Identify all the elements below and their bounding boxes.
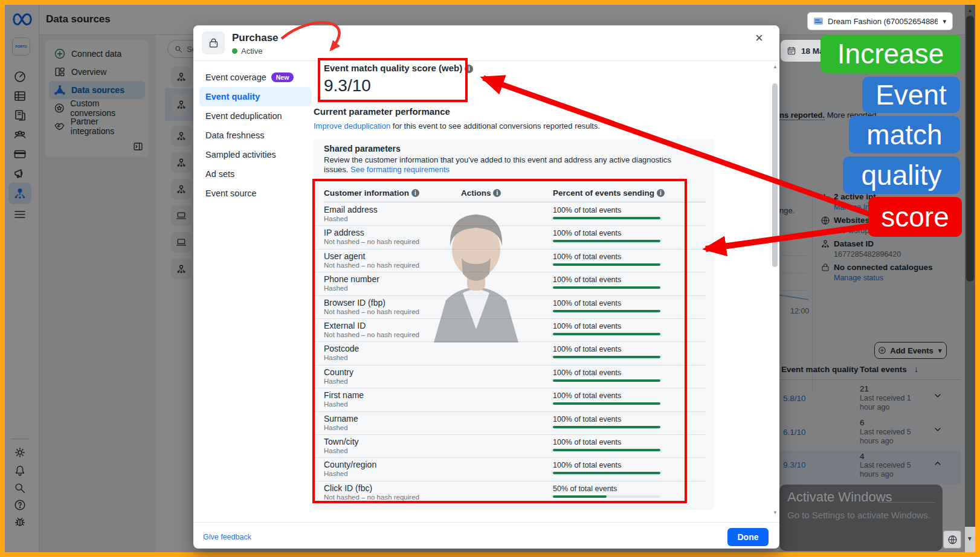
account-name: Dream Fashion (670052654886... (828, 17, 938, 26)
annotation-label-score: score (868, 197, 962, 237)
improve-deduplication-link[interactable]: Improve deduplication (314, 121, 390, 130)
percent-bar (553, 472, 660, 474)
globe-icon (947, 535, 958, 545)
parameters-table: Email addressHashed100% of total events … (313, 203, 706, 504)
percent-bar (553, 426, 660, 428)
table-row: SurnameHashed100% of total events (313, 412, 706, 435)
scrollbar-down-arrow[interactable]: ▼ (967, 535, 973, 542)
annotation-label-event: Event (862, 77, 960, 113)
calendar-icon (787, 46, 796, 56)
shared-parameters-title: Shared parameters (324, 144, 401, 153)
close-icon[interactable]: × (755, 31, 763, 45)
col-actions: Actions i (461, 188, 501, 198)
percent-bar (553, 356, 660, 358)
info-icon[interactable]: i (411, 189, 419, 197)
annotation-label-increase: Increase (820, 34, 961, 73)
caret-down-icon: ▾ (943, 18, 946, 25)
table-row: Town/cityHashed100% of total events (313, 435, 706, 458)
table-row: Click ID (fbc)Not hashed – no hash requi… (313, 481, 706, 504)
done-button[interactable]: Done (727, 528, 769, 546)
score-label: Event match quality score (web) i (324, 63, 473, 73)
new-badge: New (271, 72, 294, 82)
modal-tab-list: Event coverage New Event quality Event d… (199, 68, 312, 203)
table-row: First nameHashed100% of total events (313, 388, 706, 411)
status-dot-icon (232, 48, 237, 54)
status-label: Active (241, 47, 262, 56)
shared-parameters-desc: Review the customer information that you… (324, 155, 695, 175)
percent-bar (553, 495, 660, 498)
section-title: Current parameter performance (314, 106, 450, 117)
see-formatting-requirements-link[interactable]: See formatting requirements (350, 165, 450, 174)
tab-event-coverage[interactable]: Event coverage New (199, 68, 312, 87)
watermark-divider (879, 502, 935, 503)
table-row: County/regionHashed100% of total events (313, 458, 706, 481)
percent-bar (553, 217, 660, 219)
info-icon[interactable]: i (657, 189, 665, 197)
table-row: User agentNot hashed – no hash required1… (313, 250, 706, 272)
annotation-label-quality: quality (843, 156, 960, 194)
account-selector[interactable]: Dream Fashion (670052654886... ▾ (807, 12, 953, 30)
scrollbar-up-arrow[interactable]: ▲ (967, 7, 973, 13)
percent-bar (553, 402, 660, 405)
annotation-label-match: match (849, 116, 960, 153)
table-row: Phone numberHashed100% of total events (313, 272, 706, 295)
tab-event-source[interactable]: Event source (199, 184, 312, 203)
modal-title: Purchase (232, 32, 279, 44)
table-row: Email addressHashed100% of total events (313, 203, 706, 226)
business-logo-icon (814, 18, 823, 25)
col-customer-information: Customer information i (324, 188, 419, 198)
modal-scrollbar-thumb[interactable] (772, 83, 778, 267)
tab-event-quality[interactable]: Event quality (199, 87, 312, 106)
table-row: Browser ID (fbp)Not hashed – no hash req… (313, 296, 706, 319)
activate-windows-title: Activate Windows (787, 489, 892, 505)
browser-scrollbar-thumb[interactable] (966, 16, 974, 282)
info-icon[interactable]: i (493, 189, 501, 197)
table-row: IP addressNot hashed – no hash required1… (313, 226, 706, 249)
info-icon[interactable]: i (465, 65, 473, 73)
modal-scroll-up-arrow[interactable]: ▲ (773, 64, 778, 69)
percent-bar (553, 449, 660, 451)
col-percent-of-events: Percent of events sending i (553, 188, 665, 198)
tab-data-freshness[interactable]: Data freshness (199, 126, 312, 145)
percent-bar (553, 240, 660, 242)
tab-sampled-activities[interactable]: Sampled activities (199, 145, 312, 164)
event-details-modal: Purchase Active × Event coverage New Eve… (193, 25, 779, 549)
score-value: 9.3/10 (324, 76, 371, 95)
shared-parameters-section: Shared parameters Review the customer in… (313, 139, 714, 510)
table-header-divider (324, 202, 706, 202)
percent-bar (553, 310, 660, 312)
table-row: PostcodeHashed100% of total events (313, 342, 706, 365)
tab-ad-sets[interactable]: Ad sets (199, 164, 312, 184)
percent-bar (553, 379, 660, 382)
improve-line: Improve deduplication for this event to … (314, 121, 600, 130)
modal-header-divider (193, 60, 779, 61)
purchase-bag-icon (202, 31, 225, 54)
modal-footer-divider (193, 522, 779, 523)
give-feedback-link[interactable]: Give feedback (203, 533, 251, 541)
table-row: External IDNot hashed – no hash required… (313, 319, 706, 342)
event-status: Active (232, 47, 262, 56)
screenshot-frame: Data sources PORTO Connect data Overview (0, 0, 980, 557)
percent-bar (553, 286, 660, 289)
browser-globe-button[interactable] (943, 530, 961, 549)
modal-scroll-down-arrow[interactable]: ▼ (773, 510, 778, 515)
percent-bar (553, 333, 660, 335)
percent-bar (553, 263, 660, 266)
tab-event-deduplication[interactable]: Event deduplication (199, 106, 312, 126)
activate-windows-subtitle: Go to Settings to activate Windows. (787, 510, 930, 520)
table-row: CountryHashed100% of total events (313, 365, 706, 388)
activate-windows-panel: Activate Windows Go to Settings to activ… (779, 485, 943, 551)
